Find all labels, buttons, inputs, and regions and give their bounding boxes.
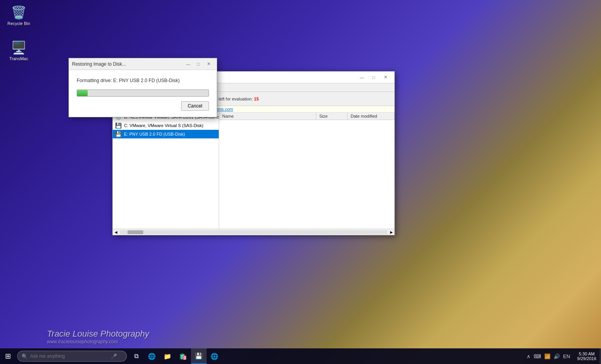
desktop: 🗑️ Recycle Bin 🖥️ TransMac Tracie Louise… — [0, 0, 601, 364]
progress-bar-fill — [77, 90, 88, 96]
mic-icon[interactable]: 🎤 — [111, 353, 117, 359]
drive-item-e[interactable]: 💾 E: PNY USB 2.0 FD (USB-Disk) — [113, 130, 219, 138]
restore-dialog: Restoring Image to Disk... — □ ✕ Formatt… — [68, 58, 217, 117]
drive-item-c[interactable]: 💾 C: VMware, VMware Virtual S (SAS-Disk) — [113, 121, 219, 130]
window-controls: — □ ✕ — [356, 72, 391, 83]
scroll-track[interactable] — [120, 230, 387, 234]
files-panel: Name Size Date modified — [219, 113, 394, 229]
minimize-button[interactable]: — — [356, 72, 368, 83]
main-content: 💿 D: NECVMWar VMware SATA CD01 (SATA-CdR… — [113, 113, 394, 229]
watermark: Tracie Louise Photography www.tracieloui… — [47, 329, 149, 344]
taskbar-tray: ∧ ⌨ 📶 🔊 EN — [523, 353, 574, 360]
eval-days: 15 — [254, 97, 259, 101]
taskbar-clock[interactable]: 5:30 AM 9/29/2016 — [574, 351, 599, 361]
tray-chevron[interactable]: ∧ — [526, 353, 531, 360]
taskbar-explorer[interactable]: 📁 — [160, 348, 175, 364]
transmac-image: 🖥️ — [11, 40, 27, 56]
recycle-bin-image: 🗑️ — [11, 5, 27, 20]
clock-date: 9/29/2016 — [577, 356, 596, 361]
taskbar-edge[interactable]: 🌐 — [144, 348, 160, 364]
col-size: Size — [316, 113, 347, 120]
transmac-label: TransMac — [9, 56, 29, 61]
files-content — [219, 120, 394, 229]
search-icon: 🔍 — [22, 353, 28, 359]
maximize-button[interactable]: □ — [368, 72, 380, 83]
scroll-right-arrow[interactable]: ▶ — [388, 229, 394, 235]
task-view-button[interactable]: ⧉ — [128, 348, 144, 364]
dialog-message: Formatting drive: E: PNY USB 2.0 FD (USB… — [77, 78, 209, 83]
dialog-body: Formatting drive: E: PNY USB 2.0 FD (USB… — [69, 70, 217, 117]
horizontal-scrollbar[interactable]: ◀ ▶ — [113, 229, 394, 235]
taskbar: ⊞ 🔍 🎤 ⧉ 🌐 📁 🛍️ 💾 🌐 ∧ ⌨ 📶 🔊 EN 5:30 AM 9/… — [0, 348, 601, 364]
dialog-maximize[interactable]: □ — [193, 59, 203, 69]
taskbar-transmac[interactable]: 💾 — [191, 348, 207, 364]
taskbar-store[interactable]: 🛍️ — [175, 348, 191, 364]
dialog-title: Restoring Image to Disk... — [72, 61, 183, 67]
drive-c-label: C: VMware, VMware Virtual S (SAS-Disk) — [124, 123, 203, 128]
drive-e-icon: 💾 — [115, 131, 122, 137]
transmac-desktop-icon[interactable]: 🖥️ TransMac — [3, 38, 34, 63]
close-button[interactable]: ✕ — [380, 72, 391, 83]
dialog-titlebar: Restoring Image to Disk... — □ ✕ — [69, 58, 217, 70]
recycle-bin-label: Recycle Bin — [7, 21, 30, 26]
cancel-button[interactable]: Cancel — [181, 101, 209, 111]
drive-e-label: E: PNY USB 2.0 FD (USB-Disk) — [124, 132, 185, 136]
scroll-left-arrow[interactable]: ◀ — [113, 229, 119, 235]
search-input[interactable] — [30, 353, 108, 359]
taskbar-browser2[interactable]: 🌐 — [207, 348, 222, 364]
dialog-actions: Cancel — [77, 101, 209, 111]
drives-panel: 💿 D: NECVMWar VMware SATA CD01 (SATA-CdR… — [113, 113, 219, 229]
recycle-bin-icon[interactable]: 🗑️ Recycle Bin — [3, 3, 34, 27]
start-button[interactable]: ⊞ — [0, 348, 16, 364]
col-date: Date modified — [347, 113, 394, 120]
tray-keyboard[interactable]: ⌨ — [533, 353, 542, 360]
taskbar-search[interactable]: 🔍 🎤 — [17, 351, 127, 362]
dialog-close[interactable]: ✕ — [203, 59, 214, 69]
files-header: Name Size Date modified — [219, 113, 394, 120]
progress-bar-container — [77, 90, 209, 97]
clock-time: 5:30 AM — [579, 351, 594, 356]
tray-network[interactable]: 📶 — [543, 353, 551, 360]
col-name: Name — [219, 113, 316, 120]
watermark-text: Tracie Louise Photography — [47, 329, 149, 339]
watermark-url: www.tracielouisephotography.com — [47, 339, 149, 344]
drive-c-icon: 💾 — [115, 122, 122, 129]
dialog-minimize[interactable]: — — [183, 59, 193, 69]
tray-ime[interactable]: EN — [562, 353, 571, 360]
tray-volume[interactable]: 🔊 — [553, 353, 561, 360]
show-desktop-button[interactable] — [599, 348, 601, 364]
scroll-thumb[interactable] — [128, 230, 143, 234]
